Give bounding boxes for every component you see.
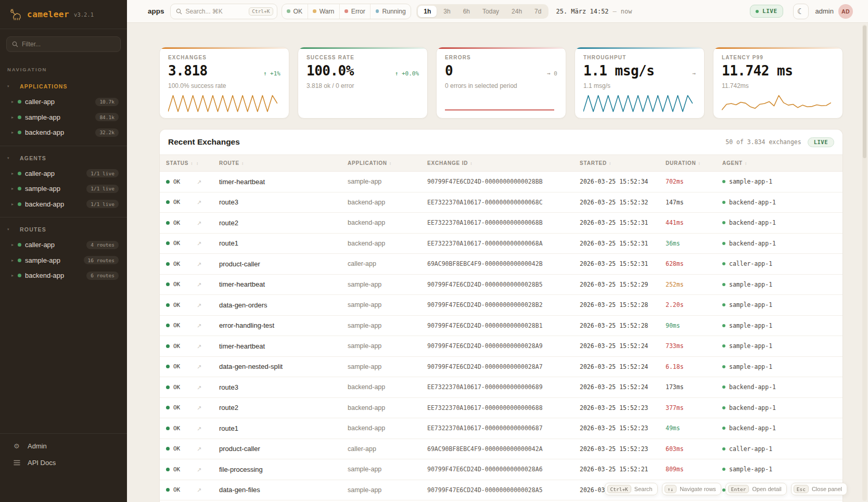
section-header-applications[interactable]: ▾APPLICATIONS xyxy=(0,79,127,94)
sidebar-item-backend-app[interactable]: ▸backend-app6 routes xyxy=(0,268,127,284)
table-row[interactable]: OK↗route1backend-appEE7322370A10617-0000… xyxy=(160,418,843,439)
date-range[interactable]: 25. März 14:52 — now xyxy=(556,8,632,15)
column-label: AGENT xyxy=(722,160,743,166)
sidebar-item-caller-app[interactable]: ▸caller-app4 routes xyxy=(0,237,127,253)
column-header-exchange-id[interactable]: EXCHANGE ID↕ xyxy=(427,155,580,172)
open-exchange-icon[interactable]: ↗ xyxy=(194,261,201,267)
column-header-expand[interactable]: ↕ xyxy=(194,155,219,172)
section-label: APPLICATIONS xyxy=(20,83,68,89)
route-cell: file-processing xyxy=(219,459,348,480)
sidebar-item-sample-app[interactable]: ▸sample-app84.1k xyxy=(0,110,127,125)
table-row[interactable]: OK↗product-callercaller-app69AC90BF8EBC4… xyxy=(160,439,843,459)
filter-chip-warn[interactable]: Warn xyxy=(308,4,339,19)
footer-item-admin[interactable]: ⚙Admin xyxy=(0,437,127,454)
filter-chip-error[interactable]: Error xyxy=(339,4,371,19)
scrollbar-thumb[interactable] xyxy=(863,25,866,158)
time-range-7d[interactable]: 7d xyxy=(529,6,547,17)
footer-item-api-docs[interactable]: API Docs xyxy=(0,454,127,471)
time-range-today[interactable]: Today xyxy=(477,6,505,17)
table-row[interactable]: OK↗file-processingsample-app90799F47E6CD… xyxy=(160,459,843,480)
table-row[interactable]: OK↗route3backend-appEE7322370A10617-0000… xyxy=(160,377,843,398)
sidebar-item-sample-app[interactable]: ▸sample-app16 routes xyxy=(0,253,127,268)
recent-exchanges-panel: Recent Exchanges 50 of 3.834 exchanges L… xyxy=(159,129,843,502)
stat-label: EXCHANGES xyxy=(168,55,280,60)
open-exchange-icon[interactable]: ↗ xyxy=(194,240,201,247)
application-cell: caller-app xyxy=(348,254,427,275)
agent-name: sample-app-1 xyxy=(729,466,772,473)
ok-dot-icon xyxy=(166,365,170,368)
status-cell: OK xyxy=(166,234,194,254)
agent-dot-icon xyxy=(722,427,725,430)
column-header-status[interactable]: STATUS↕ xyxy=(160,155,194,172)
application-cell: sample-app xyxy=(348,295,427,316)
route-cell: route2 xyxy=(219,397,348,418)
stat-delta: ↑ +0.0% xyxy=(395,70,419,77)
section-header-routes[interactable]: ▾ROUTES xyxy=(0,222,127,237)
table-row[interactable]: OK↗product-callercaller-app69AC90BF8EBC4… xyxy=(160,254,843,275)
open-exchange-icon[interactable]: ↗ xyxy=(194,426,201,432)
stat-value: 11.742 ms xyxy=(722,63,834,79)
dark-mode-toggle[interactable]: ☾ xyxy=(793,4,809,19)
sidebar-item-caller-app[interactable]: ▸caller-app10.7k xyxy=(0,94,127,110)
table-row[interactable]: OK↗route2backend-appEE7322370A10617-0000… xyxy=(160,213,843,234)
agent-dot-icon xyxy=(722,221,725,224)
open-exchange-icon[interactable]: ↗ xyxy=(194,323,201,329)
open-exchange-icon[interactable]: ↗ xyxy=(194,220,201,226)
column-header-application[interactable]: APPLICATION↕ xyxy=(348,155,427,172)
time-range-1h[interactable]: 1h xyxy=(418,6,437,17)
table-row[interactable]: OK↗route3backend-appEE7322370A10617-0000… xyxy=(160,192,843,213)
live-toggle[interactable]: LIVE xyxy=(750,5,783,18)
filter-chip-running[interactable]: Running xyxy=(370,4,411,19)
agent-dot-icon xyxy=(722,262,725,265)
sidebar-item-sample-app[interactable]: ▸sample-app1/1 live xyxy=(0,181,127,197)
started-cell: 2026-03-25 15:52:28 xyxy=(580,315,666,336)
scrollbar[interactable] xyxy=(862,24,867,501)
open-exchange-icon[interactable]: ↗ xyxy=(194,281,201,288)
table-row[interactable]: OK↗data-gen-orderssample-app90799F47E6CD… xyxy=(160,295,843,316)
table-row[interactable]: OK↗timer-heartbeatsample-app90799F47E6CD… xyxy=(160,172,843,192)
section-header-agents[interactable]: ▾AGENTS xyxy=(0,150,127,166)
sidebar-item-label: backend-app xyxy=(25,200,64,208)
table-row[interactable]: OK↗error-handling-testsample-app90799F47… xyxy=(160,315,843,336)
open-exchange-icon[interactable]: ↗ xyxy=(194,384,201,391)
open-exchange-icon[interactable]: ↗ xyxy=(194,199,201,205)
sidebar-item-backend-app[interactable]: ▸backend-app32.2k xyxy=(0,125,127,140)
table-row[interactable]: OK↗route2backend-appEE7322370A10617-0000… xyxy=(160,397,843,418)
time-range-24h[interactable]: 24h xyxy=(506,6,528,17)
column-header-agent[interactable]: AGENT↕ xyxy=(722,155,843,172)
sidebar-item-caller-app[interactable]: ▸caller-app1/1 live xyxy=(0,166,127,182)
open-exchange-icon[interactable]: ↗ xyxy=(194,343,201,350)
open-exchange-icon[interactable]: ↗ xyxy=(194,467,201,473)
table-row[interactable]: OK↗timer-heartbeatsample-app90799F47E6CD… xyxy=(160,274,843,295)
time-range-6h[interactable]: 6h xyxy=(457,6,476,17)
sidebar-filter-input[interactable]: Filter... xyxy=(6,36,121,52)
time-range-3h[interactable]: 3h xyxy=(438,6,456,17)
column-label: APPLICATION xyxy=(348,160,387,166)
column-header-started[interactable]: STARTED↕ xyxy=(580,155,666,172)
started-cell: 2026-03-25 15:52:24 xyxy=(580,377,666,398)
table-row[interactable]: OK↗timer-heartbeatsample-app90799F47E6CD… xyxy=(160,336,843,357)
open-exchange-icon[interactable]: ↗ xyxy=(194,364,201,370)
open-exchange-icon[interactable]: ↗ xyxy=(194,487,201,493)
open-exchange-icon[interactable]: ↗ xyxy=(194,405,201,411)
open-exchange-icon[interactable]: ↗ xyxy=(194,446,201,452)
open-exchange-icon[interactable]: ↗ xyxy=(194,179,201,185)
dot-icon xyxy=(287,9,290,13)
column-header-duration[interactable]: DURATION↕ xyxy=(666,155,722,172)
column-label: STARTED xyxy=(580,160,607,166)
column-header-route[interactable]: ROUTE↕ xyxy=(219,155,348,172)
ok-dot-icon xyxy=(166,468,170,471)
open-exchange-icon[interactable]: ↗ xyxy=(194,302,201,308)
agent-dot-icon xyxy=(722,344,725,347)
global-search-input[interactable]: Search... ⌘K Ctrl+K xyxy=(170,4,277,19)
status-dot-icon xyxy=(18,274,21,277)
avatar[interactable]: AD xyxy=(838,4,853,19)
sort-icon: ↕ xyxy=(609,161,611,166)
sidebar-item-backend-app[interactable]: ▸backend-app1/1 live xyxy=(0,197,127,212)
brand-name: cameleer xyxy=(27,9,69,19)
duration-cell: 90ms xyxy=(666,315,722,336)
filter-chip-ok[interactable]: OK xyxy=(282,4,308,19)
table-row[interactable]: OK↗route1backend-appEE7322370A10617-0000… xyxy=(160,233,843,254)
exchange-id-cell: 90799F47E6CD24D-00000000000028A9 xyxy=(427,336,580,357)
table-row[interactable]: OK↗data-gen-nested-splitsample-app90799F… xyxy=(160,356,843,377)
